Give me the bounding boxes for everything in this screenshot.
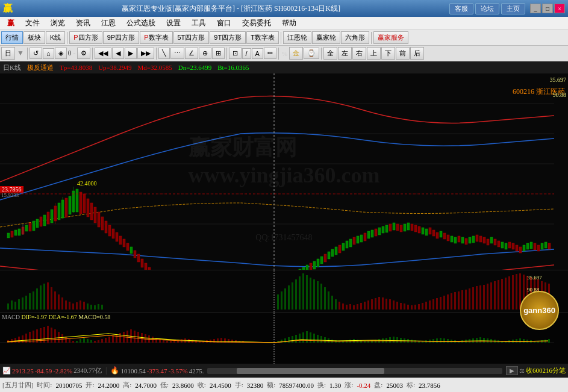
tb2-up-button[interactable]: 上 <box>367 47 381 60</box>
hscrollbar-thumb[interactable] <box>237 368 384 374</box>
svg-rect-154 <box>548 243 551 249</box>
menu-formula[interactable]: 公式选股 <box>122 17 160 30</box>
tb2-draw5-button[interactable]: ⊞ <box>212 48 225 59</box>
svg-rect-98 <box>346 241 348 248</box>
svg-rect-229 <box>389 299 391 310</box>
menu-gann[interactable]: 江恩 <box>96 17 120 30</box>
menu-settings[interactable]: 设置 <box>161 17 186 30</box>
svg-rect-170 <box>7 303 9 310</box>
scroll-right-button[interactable]: ▶ <box>506 366 518 375</box>
svg-rect-420 <box>548 339 550 343</box>
svg-rect-45 <box>130 247 133 254</box>
svg-rect-180 <box>43 284 45 310</box>
tb-tnum-button[interactable]: T数字表 <box>246 31 279 44</box>
statusbar: 📈 2913.25 -84.59 -2.82% 2340.77亿 | 🔥 101… <box>0 363 568 378</box>
svg-rect-210 <box>320 284 322 310</box>
menu-browse[interactable]: 浏览 <box>46 17 70 30</box>
tb2-play-button[interactable]: ▶ <box>125 48 137 59</box>
svg-rect-246 <box>451 293 452 310</box>
tb2-prev-button[interactable]: ◀◀ <box>95 48 111 59</box>
svg-rect-6 <box>7 233 10 238</box>
tb2-text-button[interactable]: A <box>252 48 263 59</box>
svg-rect-106 <box>375 229 377 236</box>
svg-rect-233 <box>404 303 405 310</box>
svg-rect-135 <box>479 236 482 242</box>
tb-pnum-button[interactable]: P数字表 <box>140 31 172 44</box>
svg-rect-263 <box>512 275 514 310</box>
maximize-button[interactable]: □ <box>542 4 553 13</box>
svg-rect-322 <box>166 341 168 343</box>
tb2-draw1-button[interactable]: ╲ <box>158 48 170 59</box>
menu-file[interactable]: 文件 <box>20 17 45 30</box>
menu-trade[interactable]: 交易委托 <box>237 17 276 30</box>
svg-rect-302 <box>94 341 96 343</box>
tb2-forward-button[interactable]: ▶▶ <box>137 48 154 59</box>
tb-hq-button[interactable]: 行情 <box>1 31 23 44</box>
svg-rect-7 <box>11 231 13 237</box>
hscrollbar[interactable] <box>207 368 502 374</box>
chart-container[interactable]: 600216 浙江医药 23.7856 赢家财富网www.yingjia360.… <box>0 73 568 363</box>
tb2-refresh-button[interactable]: ↺ <box>30 48 42 59</box>
ib-low-label: 低: <box>160 381 169 390</box>
tb2-chart-type-button[interactable]: ◈ <box>55 48 67 59</box>
tb-hex-button[interactable]: 六角形 <box>341 31 369 44</box>
home-button[interactable]: 主页 <box>501 3 525 14</box>
tb2-home-button[interactable]: ⌂ <box>43 48 54 59</box>
tb-9t4-button[interactable]: 9T四方形 <box>210 31 246 44</box>
tb2-settings-button[interactable]: ⚙ <box>77 48 90 59</box>
ib-close-val: 24.4500 <box>210 382 231 389</box>
svg-rect-125 <box>443 233 446 239</box>
toolbar2-sep <box>27 48 28 60</box>
ib-amount-val: 78597400.00 <box>279 382 314 389</box>
svg-rect-128 <box>454 237 457 243</box>
tb2-left-button[interactable]: 左 <box>338 47 352 60</box>
close-button[interactable]: × <box>554 4 565 13</box>
minimize-button[interactable]: _ <box>530 4 541 13</box>
svg-rect-47 <box>137 254 140 262</box>
tb-p4-button[interactable]: P四方形 <box>69 31 102 44</box>
tb2-next-button[interactable]: 后 <box>410 47 424 60</box>
tb2-day-button[interactable]: 日 <box>1 47 15 60</box>
ib-open-val: 24.2000 <box>98 382 119 389</box>
tb2-line-button[interactable]: / <box>242 48 251 59</box>
tb2-draw3-button[interactable]: ∠ <box>185 48 198 59</box>
tb2-zoom-button[interactable]: ⊡ <box>229 48 242 59</box>
tb-service-button[interactable]: 赢家服务 <box>373 31 408 44</box>
menu-tools[interactable]: 工具 <box>187 17 211 30</box>
tb2-time-button[interactable]: ⌚ <box>304 48 319 59</box>
menu-help[interactable]: 帮助 <box>277 17 301 30</box>
menu-win[interactable]: 赢 <box>2 17 19 30</box>
svg-rect-115 <box>407 223 410 230</box>
customer-service-button[interactable]: 客服 <box>449 3 473 14</box>
forum-button[interactable]: 论坛 <box>475 3 499 14</box>
tb2-brush-button[interactable]: ✏ <box>264 48 276 59</box>
ib-time-label: 时间: <box>37 381 52 390</box>
svg-rect-31 <box>83 194 86 213</box>
svg-rect-22 <box>58 203 60 220</box>
tb2-pct-label: % <box>281 50 289 57</box>
svg-rect-296 <box>72 341 74 343</box>
tb-kx-button[interactable]: K线 <box>46 31 65 44</box>
tb2-back-button[interactable]: ◀ <box>112 48 124 59</box>
tb2-counter: 0 <box>67 49 72 58</box>
tb2-right-button[interactable]: 右 <box>352 47 366 60</box>
tb-9p4-button[interactable]: 9P四方形 <box>103 31 139 44</box>
menu-info[interactable]: 资讯 <box>71 17 95 30</box>
tb2-full-button[interactable]: 全 <box>323 47 337 60</box>
tb2-draw4-button[interactable]: ⊕ <box>199 48 211 59</box>
ib-vol-label: 盘: <box>374 381 382 390</box>
svg-rect-44 <box>126 243 129 250</box>
tb-gannwheel-button[interactable]: 江恩轮 <box>283 31 311 44</box>
tb-yingwheel-button[interactable]: 赢家轮 <box>312 31 340 44</box>
svg-rect-350 <box>295 335 297 343</box>
svg-rect-399 <box>472 338 474 343</box>
svg-rect-378 <box>396 337 398 343</box>
tb2-draw2-button[interactable]: ⋯ <box>170 48 184 59</box>
tb2-down-button[interactable]: 下 <box>381 47 395 60</box>
menu-window[interactable]: 窗口 <box>212 17 236 30</box>
tb-5t4-button[interactable]: 5T四方形 <box>173 31 210 44</box>
svg-rect-94 <box>331 249 334 257</box>
tb2-gold-button[interactable]: 金 <box>289 47 303 60</box>
tb2-prev2-button[interactable]: 前 <box>396 47 410 60</box>
tb-bk-button[interactable]: 板块 <box>23 31 45 44</box>
